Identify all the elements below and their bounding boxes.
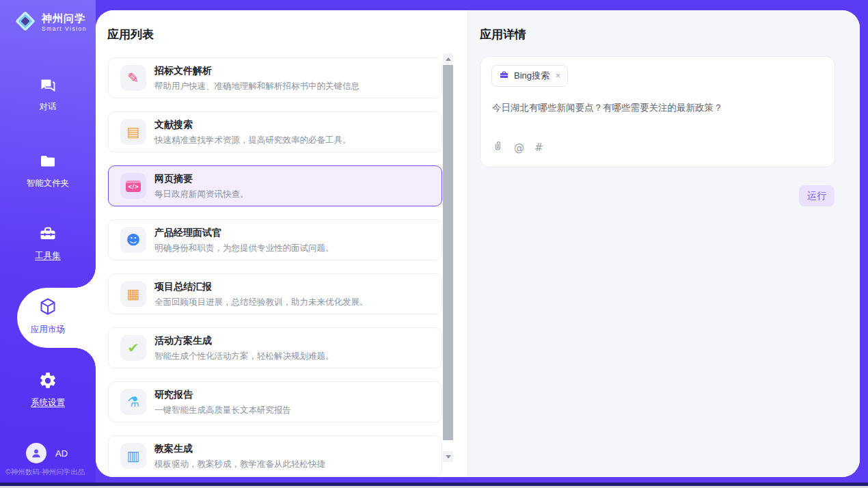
book-icon: ▤: [127, 125, 140, 139]
app-icon-tile: ▤: [120, 119, 146, 145]
app-card-description: 智能生成个性化活动方案，轻松解决规划难题。: [154, 351, 334, 362]
app-card[interactable]: ▤ 文献搜索 快速精准查找学术资源，提高研究效率的必备工具。: [108, 111, 442, 152]
sidebar-item-label: 对话: [0, 101, 96, 113]
interviewer-icon: ☻: [126, 233, 141, 247]
scrollbar-up-button[interactable]: [443, 53, 453, 64]
sidebar-item-app-market[interactable]: 应用市场: [0, 297, 96, 336]
app-card-description: 模板驱动，教案秒成，教学准备从此轻松快捷: [154, 459, 325, 470]
microscope-icon: ⚗: [127, 395, 139, 409]
app-card[interactable]: ▥ 教案生成 模板驱动，教案秒成，教学准备从此轻松快捷: [108, 435, 442, 476]
avatar: [26, 443, 46, 463]
chat-icon: [38, 75, 57, 97]
hashtag-icon[interactable]: #: [534, 141, 543, 154]
notepad-icon: ▦: [127, 287, 140, 301]
briefcase-icon: [499, 70, 509, 83]
app-icon-tile: ▦: [120, 281, 146, 307]
app-card-description: 明确身份和职责，为您提供专业性的面试问题。: [154, 243, 334, 254]
sidebar-item-smart-folder[interactable]: 智能文件夹: [0, 152, 96, 189]
app-icon-tile: ▥: [120, 443, 146, 469]
run-button[interactable]: 运行: [799, 185, 835, 206]
sidebar-item-label: 系统设置: [0, 397, 96, 409]
app-card-description: 一键智能生成高质量长文本研究报告: [154, 405, 291, 416]
books-icon: ▥: [127, 449, 140, 463]
user-account[interactable]: AD: [26, 443, 68, 463]
clipboard-check-icon: ✔: [128, 341, 139, 355]
sidebar-item-label: 智能文件夹: [0, 178, 96, 189]
edit-document-icon: ✎: [128, 71, 139, 85]
sidebar-item-toolset[interactable]: 工具集: [0, 224, 96, 262]
gear-icon: [38, 371, 57, 393]
app-card-title: 教案生成: [154, 443, 193, 454]
app-card-description: 每日政府新闻资讯快查。: [154, 189, 249, 200]
tool-chip-bing-search[interactable]: Bing搜索 ×: [491, 65, 568, 87]
app-icon-tile: ☻: [120, 227, 146, 253]
sidebar: 神州问学 Smart Vision 对话 智能文件夹: [0, 0, 96, 486]
brand-subtitle: Smart Vision: [42, 26, 87, 32]
brand-name: 神州问学: [42, 13, 87, 25]
app-card[interactable]: ▦ 项目总结汇报 全面回顾项目进展，总结经验教训，助力未来优化发展。: [108, 273, 442, 314]
main-content: 应用列表 ✎ 招标文件解析 帮助用户快速、准确地理解和解析招标书中的关键信息 ▤…: [96, 10, 860, 477]
app-card[interactable]: </> 网页摘要 每日政府新闻资讯快查。: [108, 165, 442, 206]
app-card-title: 文献搜索: [154, 119, 193, 130]
tool-chip-label: Bing搜索: [514, 70, 550, 82]
brand-diamond-icon: [14, 10, 37, 36]
app-detail-panel: 应用详情 Bing搜索 × 今日湖北有哪些新闻要点？有哪些需要关注的最新政策？: [467, 10, 860, 477]
app-icon-tile: ⚗: [120, 389, 146, 415]
app-list-panel: 应用列表 ✎ 招标文件解析 帮助用户快速、准确地理解和解析招标书中的关键信息 ▤…: [96, 10, 467, 477]
app-card-title: 产品经理面试官: [154, 227, 221, 238]
app-card-description: 全面回顾项目进展，总结经验教训，助力未来优化发展。: [154, 297, 368, 308]
app-card-description: 快速精准查找学术资源，提高研究效率的必备工具。: [154, 135, 351, 146]
paperclip-icon[interactable]: [492, 139, 504, 155]
app-card-title: 招标文件解析: [154, 65, 212, 76]
sidebar-item-chat[interactable]: 对话: [0, 75, 96, 113]
folder-icon: [38, 152, 57, 174]
app-card-title: 网页摘要: [154, 173, 193, 184]
app-card[interactable]: ☻ 产品经理面试官 明确身份和职责，为您提供专业性的面试问题。: [108, 219, 442, 260]
app-card[interactable]: ✔ 活动方案生成 智能生成个性化活动方案，轻松解决规划难题。: [108, 327, 442, 368]
triangle-up-icon: [446, 57, 451, 61]
scrollbar-down-button[interactable]: [443, 451, 453, 462]
app-icon-tile: ✔: [120, 335, 146, 361]
webpage-code-icon: </>: [126, 180, 141, 192]
scrollbar-thumb[interactable]: [443, 65, 453, 440]
app-card-title: 研究报告: [154, 389, 193, 400]
brand-logo: 神州问学 Smart Vision: [14, 10, 87, 36]
app-card-description: 帮助用户快速、准确地理解和解析招标书中的关键信息: [154, 81, 360, 92]
mention-icon[interactable]: @: [514, 141, 524, 154]
app-card[interactable]: ✎ 招标文件解析 帮助用户快速、准确地理解和解析招标书中的关键信息: [108, 57, 442, 98]
app-card-title: 活动方案生成: [154, 335, 212, 346]
app-detail-title: 应用详情: [480, 27, 526, 42]
sidebar-item-label: 工具集: [0, 250, 96, 262]
app-card-list: ✎ 招标文件解析 帮助用户快速、准确地理解和解析招标书中的关键信息 ▤ 文献搜索…: [108, 57, 442, 476]
app-card[interactable]: ⚗ 研究报告 一键智能生成高质量长文本研究报告: [108, 381, 442, 422]
prompt-card: Bing搜索 × 今日湖北有哪些新闻要点？有哪些需要关注的最新政策？ @ #: [480, 56, 835, 167]
attachment-toolbar: @ #: [492, 139, 543, 155]
cube-icon: [38, 297, 58, 320]
app-icon-tile: </>: [120, 173, 146, 199]
prompt-input[interactable]: 今日湖北有哪些新闻要点？有哪些需要关注的最新政策？: [492, 102, 820, 114]
app-card-title: 项目总结汇报: [154, 281, 212, 292]
copyright-footer: ©神州数码·神州问学出品: [5, 467, 96, 477]
sidebar-item-settings[interactable]: 系统设置: [0, 371, 96, 409]
sidebar-item-label: 应用市场: [0, 324, 96, 336]
user-name: AD: [55, 448, 68, 459]
triangle-down-icon: [446, 455, 451, 459]
app-list-title: 应用列表: [107, 27, 154, 42]
toolbox-icon: [38, 224, 57, 246]
app-icon-tile: ✎: [120, 65, 146, 91]
close-icon[interactable]: ×: [556, 71, 560, 81]
